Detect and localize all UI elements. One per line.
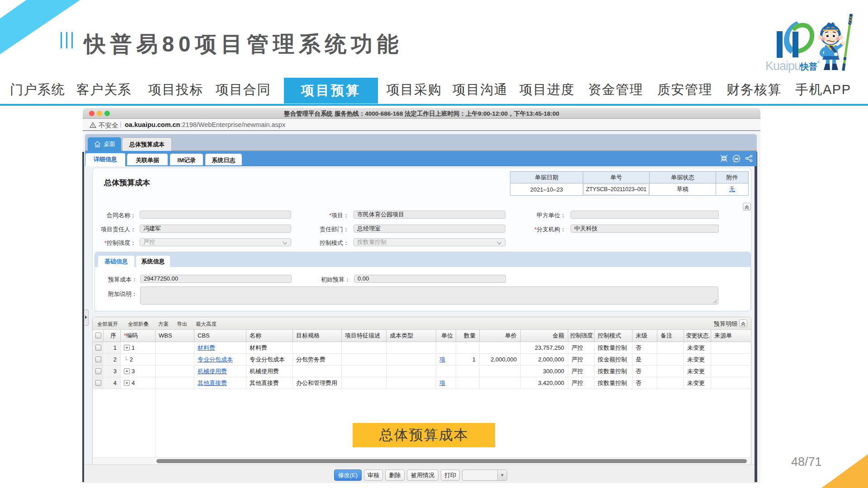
svg-text:Kuaipu: Kuaipu [765, 59, 801, 73]
svg-text:快普: 快普 [799, 61, 817, 71]
svg-text:®: ® [817, 61, 820, 64]
svg-text:IM: IM [735, 157, 738, 161]
